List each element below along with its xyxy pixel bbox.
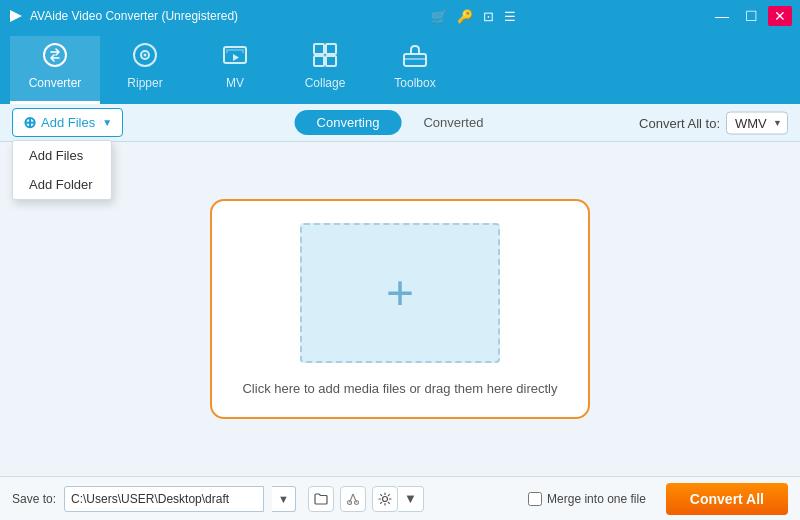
svg-rect-7 (326, 44, 336, 54)
convert-all-label: Convert All to: (639, 115, 720, 130)
ripper-label: Ripper (127, 76, 162, 90)
add-files-label: Add Files (41, 115, 95, 130)
convert-all-button[interactable]: Convert All (666, 483, 788, 515)
svg-marker-0 (10, 10, 22, 22)
maximize-button[interactable]: ☐ (739, 6, 764, 26)
tab-converted[interactable]: Converted (401, 110, 505, 135)
collage-icon (312, 42, 338, 72)
screen-icon[interactable]: ⊡ (483, 9, 494, 24)
settings-button[interactable] (372, 486, 398, 512)
merge-label: Merge into one file (547, 492, 646, 506)
converter-label: Converter (29, 76, 82, 90)
close-button[interactable]: ✕ (768, 6, 792, 26)
svg-point-4 (144, 53, 147, 56)
nav-bar: Converter Ripper MV (0, 32, 800, 104)
title-bar-controls: — ☐ ✕ (709, 6, 792, 26)
drop-zone-inner: + (300, 223, 500, 363)
ripper-icon (132, 42, 158, 72)
convert-all-area: Convert All to: WMV MP4 AVI MOV (639, 111, 788, 134)
add-media-icon: + (386, 269, 414, 317)
save-path-dropdown-button[interactable]: ▼ (272, 486, 296, 512)
toolbox-icon (402, 42, 428, 72)
save-path-input[interactable] (64, 486, 264, 512)
minimize-button[interactable]: — (709, 6, 735, 26)
add-files-option[interactable]: Add Files (13, 141, 111, 170)
add-files-button[interactable]: ⊕ Add Files ▼ (12, 108, 123, 137)
svg-rect-6 (314, 44, 324, 54)
bottom-icons: ▼ (308, 486, 424, 512)
add-files-dropdown: Add Files Add Folder (12, 140, 112, 200)
nav-item-converter[interactable]: Converter (10, 36, 100, 104)
cut-button[interactable] (340, 486, 366, 512)
collage-label: Collage (305, 76, 346, 90)
title-bar: AVAide Video Converter (Unregistered) 🛒 … (0, 0, 800, 32)
key-icon[interactable]: 🔑 (457, 9, 473, 24)
svg-rect-10 (404, 54, 426, 66)
tabs-area: Converting Converted (295, 110, 506, 135)
merge-checkbox[interactable] (528, 492, 542, 506)
converter-icon (42, 42, 68, 72)
merge-checkbox-area: Merge into one file (528, 492, 646, 506)
format-select[interactable]: WMV MP4 AVI MOV (726, 111, 788, 134)
nav-item-mv[interactable]: MV (190, 36, 280, 104)
mv-label: MV (226, 76, 244, 90)
svg-rect-8 (314, 56, 324, 66)
folder-open-button[interactable] (308, 486, 334, 512)
title-bar-icons: 🛒 🔑 ⊡ ☰ (431, 9, 516, 24)
format-select-wrap: WMV MP4 AVI MOV (726, 111, 788, 134)
sub-bar: ⊕ Add Files ▼ Add Files Add Folder Conve… (0, 104, 800, 142)
cart-icon[interactable]: 🛒 (431, 9, 447, 24)
mv-icon (222, 42, 248, 72)
drop-zone-outer[interactable]: + Click here to add media files or drag … (210, 199, 590, 419)
nav-item-ripper[interactable]: Ripper (100, 36, 190, 104)
dropdown-arrow-icon: ▼ (102, 117, 112, 128)
tab-converting[interactable]: Converting (295, 110, 402, 135)
title-bar-left: AVAide Video Converter (Unregistered) (8, 8, 238, 24)
nav-item-collage[interactable]: Collage (280, 36, 370, 104)
bottom-bar: Save to: ▼ ▼ Merge into one file (0, 476, 800, 520)
settings-dropdown-button[interactable]: ▼ (398, 486, 424, 512)
add-folder-option[interactable]: Add Folder (13, 170, 111, 199)
nav-item-toolbox[interactable]: Toolbox (370, 36, 460, 104)
svg-rect-9 (326, 56, 336, 66)
save-to-label: Save to: (12, 492, 56, 506)
app-icon (8, 8, 24, 24)
main-content-area: + Click here to add media files or drag … (0, 142, 800, 476)
toolbox-label: Toolbox (394, 76, 435, 90)
plus-icon: ⊕ (23, 113, 36, 132)
svg-point-16 (382, 496, 387, 501)
app-title: AVAide Video Converter (Unregistered) (30, 9, 238, 23)
svg-rect-5 (224, 47, 246, 63)
drop-zone-instruction: Click here to add media files or drag th… (242, 381, 557, 396)
menu-icon[interactable]: ☰ (504, 9, 516, 24)
svg-point-1 (44, 44, 66, 66)
